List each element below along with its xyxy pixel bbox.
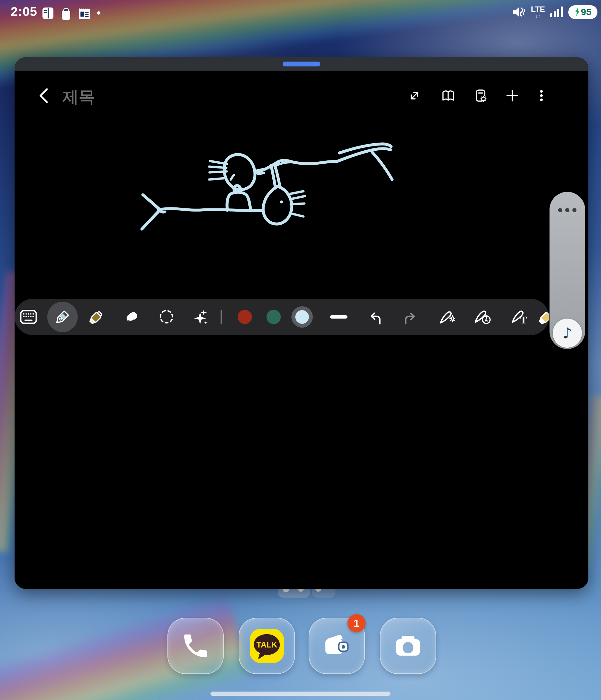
clock: 2:05 <box>11 4 37 19</box>
charging-bolt-icon <box>574 8 580 16</box>
auto-convert-handwriting-tool[interactable]: A <box>472 306 493 327</box>
handle-more-dots <box>558 208 577 212</box>
expand-window-icon[interactable] <box>407 88 422 103</box>
battery-charging-pill: 95 <box>568 5 597 19</box>
camera-icon <box>392 632 424 660</box>
toolbar-divider <box>221 310 222 324</box>
drawing-toolbar: A T <box>15 299 549 335</box>
news-notification-icon <box>78 6 91 20</box>
status-bar: 2:05 LTE <box>0 0 601 25</box>
handwriting-effects-tool[interactable] <box>437 306 458 327</box>
dock-app-camera[interactable] <box>380 618 436 674</box>
window-titlebar <box>15 57 589 71</box>
lasso-select-tool[interactable] <box>156 307 177 327</box>
more-options-icon[interactable] <box>534 88 549 103</box>
window-drag-handle[interactable] <box>283 61 320 67</box>
home-screen: 2:05 LTE <box>0 0 601 700</box>
ai-assist-tool[interactable] <box>191 307 211 327</box>
dock-app-kakaotalk[interactable]: TALK <box>239 618 295 674</box>
undo-button[interactable] <box>367 309 383 325</box>
pen-tool-selected[interactable] <box>47 302 78 332</box>
highlighter-tool[interactable] <box>86 307 107 327</box>
dock-app-phone[interactable] <box>167 618 224 674</box>
svg-text:TALK: TALK <box>257 640 278 649</box>
stroke-thickness-control[interactable] <box>330 315 347 319</box>
music-note-icon: ♪ <box>563 326 572 341</box>
color-swatch-teal[interactable] <box>266 310 281 324</box>
page-settings-icon[interactable] <box>473 88 488 103</box>
convert-to-text-tool[interactable]: T <box>509 306 530 327</box>
pen-icon <box>52 307 73 327</box>
signal-strength-icon <box>550 5 564 19</box>
back-button[interactable] <box>37 87 50 104</box>
network-type: LTE ↓↑ <box>531 5 545 19</box>
kakao-bubble-icon: TALK <box>250 629 284 663</box>
shopping-bag-notification-icon <box>59 6 73 21</box>
highlighter-pen-partial[interactable] <box>536 306 549 327</box>
svg-text:T: T <box>520 314 527 326</box>
home-indicator-bar[interactable] <box>210 692 391 696</box>
redo-button-disabled[interactable] <box>403 309 419 325</box>
wallet-icon <box>320 631 354 661</box>
notes-notification-icon <box>42 6 54 20</box>
keyboard-tool[interactable] <box>19 307 38 327</box>
color-swatch-lightblue-selected[interactable] <box>291 306 313 328</box>
data-arrows-icon: ↓↑ <box>535 14 541 19</box>
phone-icon <box>180 631 211 661</box>
add-page-icon[interactable] <box>504 88 520 103</box>
samsung-notes-popup-window: 제목 <box>15 57 589 589</box>
svg-text:A: A <box>485 317 488 322</box>
status-bar-right: LTE ↓↑ 95 <box>511 4 597 20</box>
note-title-field[interactable]: 제목 <box>62 86 95 108</box>
notification-badge: 1 <box>347 614 366 632</box>
vibrate-mute-icon <box>511 4 526 20</box>
edge-panel-handle[interactable]: ♪ <box>550 192 585 349</box>
color-swatch-red[interactable] <box>238 310 252 324</box>
music-note-button[interactable]: ♪ <box>553 319 582 348</box>
note-header: 제목 <box>15 71 589 119</box>
kakaotalk-icon: TALK <box>250 629 284 663</box>
eraser-tool[interactable] <box>122 307 142 327</box>
more-notifications-dot <box>97 11 100 15</box>
reading-mode-icon[interactable] <box>440 88 456 103</box>
